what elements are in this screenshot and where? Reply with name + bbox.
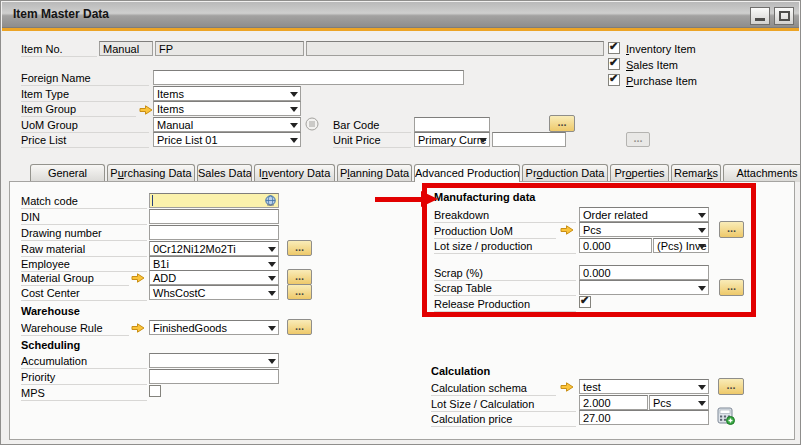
dropdown-arrow-icon	[290, 138, 298, 143]
scrap-pct-field[interactable]	[579, 265, 709, 280]
dropdown-arrow-icon	[479, 138, 487, 143]
calculation-price-label: Calculation price	[431, 413, 576, 427]
tab-production-data[interactable]: Production Data	[522, 164, 608, 182]
material-group-value: ADD	[153, 272, 176, 284]
tab-inventory-data[interactable]: Inventory Data	[254, 164, 335, 182]
din-field[interactable]	[149, 209, 279, 224]
warehouse-rule-dropdown[interactable]: FinishedGoods	[149, 320, 279, 335]
scrap-table-label: Scrap Table	[434, 282, 576, 296]
lot-size-calculation-label: Lot Size / Calculation	[431, 398, 576, 412]
accumulation-label: Accumulation	[21, 355, 147, 369]
dropdown-arrow-icon	[698, 286, 706, 291]
lot-size-calculation-uom-dropdown[interactable]: Pcs	[649, 395, 709, 410]
tab-planning-data[interactable]: Planning Data	[337, 164, 412, 182]
drawing-number-field[interactable]	[149, 225, 279, 240]
tab-sales-data[interactable]: Sales Data	[197, 164, 252, 182]
item-no-code-field[interactable]	[155, 41, 304, 56]
item-type-dropdown[interactable]: Items	[153, 86, 301, 101]
calculator-icon[interactable]	[717, 407, 735, 425]
annotation-arrow	[375, 197, 423, 202]
uom-details-icon[interactable]	[305, 117, 319, 131]
cost-center-browse-button[interactable]: ...	[287, 284, 312, 300]
release-production-checkbox[interactable]	[579, 296, 591, 308]
unit-price-field[interactable]	[492, 132, 566, 147]
link-arrow-icon[interactable]	[560, 224, 574, 236]
bar-code-browse-button[interactable]: ...	[549, 115, 575, 132]
scrap-table-dropdown[interactable]	[579, 280, 709, 295]
link-arrow-icon[interactable]	[139, 104, 153, 116]
production-uom-browse-button[interactable]: ...	[719, 221, 744, 238]
unit-price-currency-dropdown[interactable]: Primary Curre	[414, 132, 490, 147]
scrap-pct-label: Scrap (%)	[434, 267, 576, 281]
dropdown-arrow-icon	[268, 359, 276, 364]
tab-attachments[interactable]: Attachments	[723, 164, 801, 182]
raw-material-dropdown[interactable]: 0Cr12Ni12Mo2Ti	[149, 241, 279, 256]
match-code-label: Match code	[21, 195, 147, 209]
warehouse-rule-value: FinishedGoods	[153, 322, 227, 334]
tab-advanced-production[interactable]: Advanced Production	[414, 164, 520, 182]
item-group-label: Item Group	[21, 103, 136, 117]
link-arrow-icon[interactable]	[131, 272, 145, 284]
item-group-dropdown[interactable]: Items	[153, 101, 301, 116]
calculation-price-field[interactable]	[579, 410, 709, 425]
release-production-label: Release Production	[434, 298, 576, 312]
globe-icon	[265, 195, 276, 206]
sales-item-label: Sales Item	[626, 59, 678, 72]
sales-item-checkbox[interactable]	[608, 58, 620, 70]
tab-properties[interactable]: Properties	[610, 164, 669, 182]
production-uom-label: Production UoM	[434, 225, 556, 239]
item-type-label: Item Type	[21, 88, 149, 102]
production-uom-value: Pcs	[583, 224, 601, 236]
uom-group-dropdown[interactable]: Manual	[153, 117, 301, 132]
accumulation-dropdown[interactable]	[149, 353, 279, 368]
unit-price-label: Unit Price	[333, 134, 411, 148]
employee-dropdown[interactable]: B1i	[149, 256, 279, 271]
lot-size-calculation-field[interactable]	[579, 395, 648, 410]
calculation-schema-dropdown[interactable]: test	[579, 379, 709, 394]
link-arrow-icon[interactable]	[560, 381, 574, 393]
foreign-name-label: Foreign Name	[21, 72, 149, 86]
warehouse-rule-browse-button[interactable]: ...	[287, 319, 312, 335]
tab-remarks[interactable]: Remarks	[671, 164, 721, 182]
manufacturing-section-header: Manufacturing data	[434, 191, 535, 203]
item-no-mode-field[interactable]	[99, 41, 153, 56]
item-no-secondary-field[interactable]	[306, 41, 604, 56]
unit-price-browse-button[interactable]: ...	[626, 132, 650, 147]
calculation-section-header: Calculation	[431, 365, 490, 377]
scrap-table-browse-button[interactable]: ...	[719, 279, 744, 296]
dropdown-arrow-icon	[698, 228, 706, 233]
lot-size-production-field[interactable]	[579, 238, 652, 253]
scheduling-section-header: Scheduling	[21, 339, 80, 351]
purchase-item-checkbox[interactable]	[608, 74, 620, 86]
mps-checkbox[interactable]	[149, 385, 161, 397]
cost-center-value: WhsCostC	[153, 287, 206, 299]
breakdown-dropdown[interactable]: Order related	[579, 207, 709, 222]
drawing-number-label: Drawing number	[21, 227, 147, 241]
bar-code-field[interactable]	[414, 117, 490, 132]
inventory-item-checkbox[interactable]	[608, 42, 620, 54]
production-uom-dropdown[interactable]: Pcs	[579, 222, 709, 237]
foreign-name-field[interactable]	[153, 70, 464, 85]
raw-material-browse-button[interactable]: ...	[287, 240, 312, 256]
tab-purchasing-data[interactable]: Purchasing Data	[107, 164, 195, 182]
cost-center-dropdown[interactable]: WhsCostC	[149, 285, 279, 300]
tab-general[interactable]: General	[30, 164, 105, 182]
item-group-value: Items	[157, 103, 184, 115]
inventory-item-label: Inventory Item	[626, 43, 696, 56]
price-list-dropdown[interactable]: Price List 01	[153, 132, 301, 147]
link-arrow-icon[interactable]	[131, 322, 145, 334]
dropdown-arrow-icon	[698, 213, 706, 218]
material-group-browse-button[interactable]: ...	[287, 269, 312, 285]
accent-divider	[2, 28, 799, 31]
calculation-schema-browse-button[interactable]: ...	[718, 378, 744, 395]
item-master-data-window: Item Master Data Item No. Foreign Name I…	[0, 0, 801, 445]
maximize-button[interactable]	[774, 7, 794, 25]
match-code-field[interactable]	[149, 193, 279, 208]
window-title: Item Master Data	[13, 7, 109, 21]
priority-field[interactable]	[149, 369, 279, 384]
lot-size-production-uom-dropdown[interactable]: (Pcs) Inve	[653, 238, 709, 253]
dropdown-arrow-icon	[268, 247, 276, 252]
material-group-dropdown[interactable]: ADD	[149, 270, 279, 285]
minimize-button[interactable]	[750, 7, 770, 25]
lot-size-calculation-uom-value: Pcs	[653, 397, 671, 409]
